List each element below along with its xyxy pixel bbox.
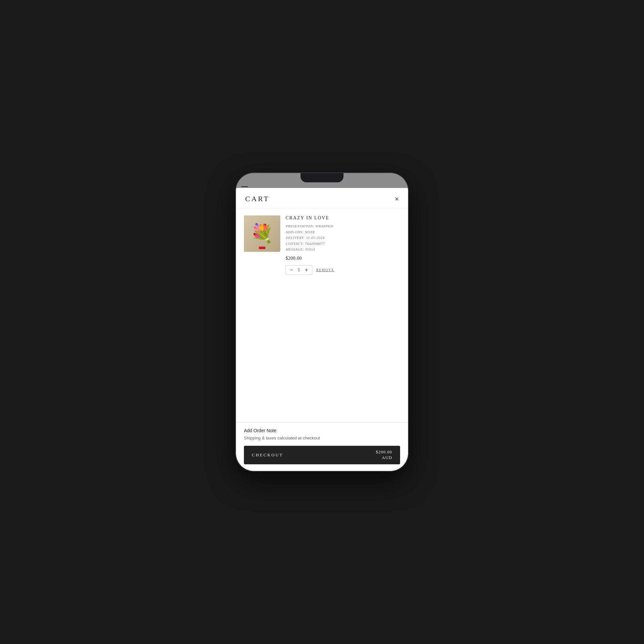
cart-header: CART × [236,188,408,209]
cart-footer: Add Order Note Shipping & taxes calculat… [236,422,408,471]
item-price: $200.00 [286,256,400,261]
shipping-note: Shipping & taxes calculated at checkout [244,435,400,441]
checkout-label: CHECKOUT [252,452,283,458]
item-meta-line-3: DELIVERY: 31-05-2024 [286,235,400,241]
quantity-increase-button[interactable]: + [305,267,308,273]
ribbon-decoration [259,247,265,249]
cart-body: CRAZY IN LOVE PRESENTATION: WRAPPED ADD-… [236,209,408,422]
item-image [244,215,280,252]
checkout-price-amount: $200.00 [376,449,392,454]
phone-notch [300,173,344,182]
cart-item: CRAZY IN LOVE PRESENTATION: WRAPPED ADD-… [244,215,400,275]
flower-bouquet-image [244,215,280,252]
quantity-value: 1 [296,267,301,273]
item-meta-line-1: PRESENTATION: WRAPPED [286,223,400,229]
item-meta-line-4: CONTACT: 7644998877 [286,241,400,247]
remove-button[interactable]: REMOVE [316,268,334,272]
checkout-price-currency: AUD [382,455,392,460]
item-details: CRAZY IN LOVE PRESENTATION: WRAPPED ADD-… [286,215,400,275]
item-meta: PRESENTATION: WRAPPED ADD-ONS: NONE DELI… [286,223,400,253]
close-button[interactable]: × [395,196,399,202]
cart-title: CART [245,195,269,203]
item-name: CRAZY IN LOVE [286,215,400,221]
quantity-control: − 1 + [286,265,312,275]
phone-frame: In Add-ons None Nor Deliv [236,173,408,471]
checkout-price: $200.00 AUD [376,449,392,461]
order-note-label: Add Order Note [244,428,400,433]
checkout-button[interactable]: CHECKOUT $200.00 AUD [244,446,400,464]
cart-modal: CART × CRAZY IN LOVE [236,188,408,471]
phone-screen: In Add-ons None Nor Deliv [236,173,408,471]
item-controls: − 1 + REMOVE [286,265,400,275]
item-meta-line-2: ADD-ONS: NONE [286,229,400,235]
quantity-decrease-button[interactable]: − [290,267,293,273]
item-meta-line-5: MESSAGE: YOLO [286,247,400,253]
